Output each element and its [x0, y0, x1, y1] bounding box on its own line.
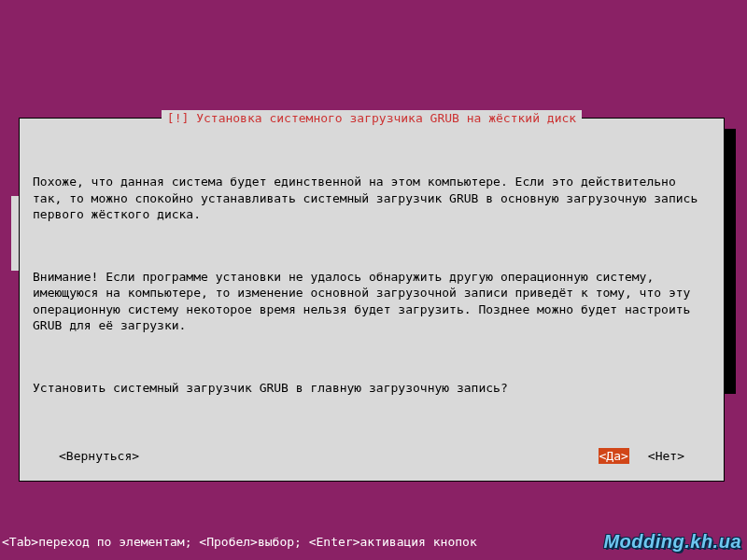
dialog-para-2: Внимание! Если программе установки не уд…	[33, 269, 711, 334]
no-button[interactable]: <Нет>	[648, 448, 684, 465]
dialog-para-1: Похоже, что данная система будет единств…	[33, 174, 711, 223]
back-button[interactable]: <Вернуться>	[59, 448, 139, 465]
right-button-group: <Да> <Нет>	[599, 448, 684, 465]
footer-help: <Tab>переход по элементам; <Пробел>выбор…	[0, 534, 477, 551]
grub-install-dialog: [!] Установка системного загрузчика GRUB…	[19, 118, 725, 482]
yes-button[interactable]: <Да>	[599, 448, 629, 465]
dialog-title: [!] Установка системного загрузчика GRUB…	[162, 110, 582, 127]
dialog-title-wrap: [!] Установка системного загрузчика GRUB…	[20, 110, 724, 127]
watermark: Modding.kh.ua	[603, 529, 741, 554]
dialog-body: Похоже, что данная система будет единств…	[33, 141, 711, 429]
dialog-buttons: <Вернуться> <Да> <Нет>	[33, 448, 711, 465]
dialog-para-3: Установить системный загрузчик GRUB в гл…	[33, 380, 711, 397]
